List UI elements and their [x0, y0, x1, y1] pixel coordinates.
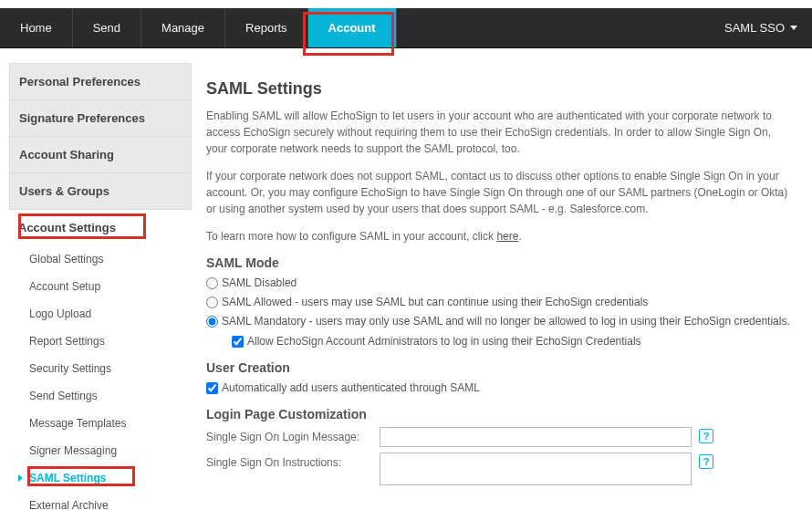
auto-add-users-checkbox[interactable] [206, 382, 218, 394]
main-content: SAML Settings Enabling SAML will allow E… [203, 63, 803, 510]
saml-mode-disabled-radio[interactable] [206, 277, 218, 289]
nav-manage[interactable]: Manage [141, 8, 225, 47]
sidebar-item-report-settings[interactable]: Report Settings [9, 328, 192, 355]
auto-add-users-label: Automatically add users authenticated th… [222, 380, 480, 396]
intro-p3-suffix: . [518, 230, 521, 243]
user-menu[interactable]: SAML SSO [710, 8, 812, 47]
sidebar-item-logo-upload[interactable]: Logo Upload [9, 300, 192, 328]
top-nav-bar: Home Send Manage Reports Account SAML SS… [0, 8, 812, 48]
sidebar-item-saml-settings[interactable]: SAML Settings [9, 464, 192, 492]
learn-more-link[interactable]: here [496, 230, 518, 243]
sso-instructions-label: Single Sign On Instructions: [206, 453, 372, 469]
primary-nav: Home Send Manage Reports Account [0, 8, 710, 47]
sidebar-item-security-settings[interactable]: Security Settings [9, 355, 192, 382]
saml-mode-mandatory-label: SAML Mandatory - users may only use SAML… [222, 314, 790, 329]
sidebar: Personal Preferences Signature Preferenc… [9, 63, 192, 510]
allow-admin-login-label: Allow EchoSign Account Administrators to… [247, 334, 641, 349]
nav-reports[interactable]: Reports [225, 8, 308, 47]
nav-home[interactable]: Home [0, 8, 73, 47]
sidebar-item-global-settings[interactable]: Global Settings [9, 245, 192, 273]
sso-login-message-label: Single Sign On Login Message: [206, 427, 372, 443]
sidebar-item-external-archive[interactable]: External Archive [9, 492, 192, 510]
chevron-down-icon [790, 26, 797, 30]
page-title: SAML Settings [206, 79, 790, 99]
sidebar-item-message-templates[interactable]: Message Templates [9, 410, 192, 437]
sidebar-item-signer-messaging[interactable]: Signer Messaging [9, 437, 192, 464]
sidebar-section-account-sharing[interactable]: Account Sharing [9, 137, 192, 173]
sidebar-section-users-groups[interactable]: Users & Groups [9, 173, 192, 210]
sso-instructions-textarea[interactable] [380, 453, 692, 485]
user-menu-label: SAML SSO [724, 21, 785, 35]
login-page-customization-heading: Login Page Customization [206, 407, 790, 422]
saml-mode-disabled-label: SAML Disabled [222, 276, 297, 291]
intro-paragraph-3: To learn more how to configure SAML in y… [206, 228, 790, 245]
help-icon[interactable]: ? [699, 454, 713, 469]
sidebar-item-send-settings[interactable]: Send Settings [9, 382, 192, 410]
help-icon[interactable]: ? [699, 429, 713, 443]
saml-mode-allowed-label: SAML Allowed - users may use SAML but ca… [222, 295, 648, 310]
sidebar-subhead-account-settings[interactable]: Account Settings [9, 210, 192, 245]
saml-mode-mandatory-radio[interactable] [206, 316, 218, 328]
saml-mode-heading: SAML Mode [206, 255, 790, 270]
intro-paragraph-2: If your corporate network does not suppo… [206, 168, 790, 217]
nav-send[interactable]: Send [73, 8, 141, 47]
intro-p3-prefix: To learn more how to configure SAML in y… [206, 230, 496, 243]
allow-admin-login-checkbox[interactable] [232, 336, 244, 348]
user-creation-heading: User Creation [206, 360, 790, 375]
sso-login-message-input[interactable] [380, 427, 692, 447]
nav-account[interactable]: Account [308, 8, 397, 47]
sidebar-section-signature-prefs[interactable]: Signature Preferences [9, 100, 192, 137]
saml-mode-allowed-radio[interactable] [206, 297, 218, 308]
intro-paragraph-1: Enabling SAML will allow EchoSign to let… [206, 108, 790, 157]
sidebar-section-personal-prefs[interactable]: Personal Preferences [9, 63, 192, 100]
sidebar-item-account-setup[interactable]: Account Setup [9, 273, 192, 300]
